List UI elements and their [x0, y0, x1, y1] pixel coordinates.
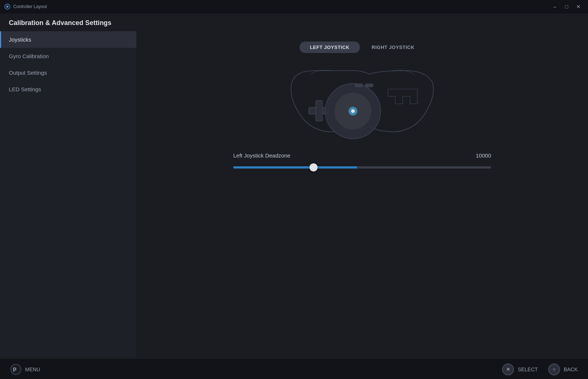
sidebar-item-led[interactable]: LED Settings: [0, 81, 136, 98]
menu-action[interactable]: MENU: [10, 364, 40, 375]
page-title: Calibration & Advanced Settings: [9, 19, 111, 26]
title-bar-text: Controller Layout: [13, 4, 47, 9]
menu-label: MENU: [25, 366, 40, 372]
back-icon: ○: [553, 366, 556, 372]
tab-row: LEFT JOYSTICK RIGHT JOYSTICK: [151, 42, 573, 53]
slider-container: [233, 162, 491, 173]
deadzone-slider[interactable]: [233, 166, 491, 169]
title-bar-left: Controller Layout: [4, 4, 47, 10]
sidebar-item-output[interactable]: Output Settings: [0, 64, 136, 81]
sidebar: Joysticks Gyro Calibration Output Settin…: [0, 31, 136, 358]
select-icon-circle: ✕: [502, 364, 514, 375]
deadzone-label-row: Left Joystick Deadzone 10000: [233, 152, 491, 159]
select-action[interactable]: ✕ SELECT: [502, 364, 538, 375]
select-label: SELECT: [518, 366, 538, 372]
title-bar: Controller Layout – □ ✕: [0, 0, 588, 13]
svg-point-8: [351, 109, 355, 113]
content-area: LEFT JOYSTICK RIGHT JOYSTICK: [136, 31, 588, 358]
ps-logo-icon: [10, 364, 21, 375]
tab-right-joystick[interactable]: RIGHT JOYSTICK: [361, 42, 425, 53]
svg-rect-10: [365, 84, 373, 87]
sidebar-item-gyro[interactable]: Gyro Calibration: [0, 48, 136, 64]
app-icon: [4, 4, 10, 10]
svg-rect-9: [355, 84, 363, 87]
deadzone-section: Left Joystick Deadzone 10000: [233, 152, 491, 173]
back-action[interactable]: ○ BACK: [548, 364, 578, 375]
main-layout: Joysticks Gyro Calibration Output Settin…: [0, 31, 588, 358]
svg-rect-3: [316, 100, 322, 121]
back-icon-circle: ○: [548, 364, 560, 375]
select-icon: ✕: [506, 366, 510, 372]
tab-left-joystick[interactable]: LEFT JOYSTICK: [300, 42, 360, 53]
close-button[interactable]: ✕: [573, 3, 584, 10]
page-header: Calibration & Advanced Settings: [0, 13, 588, 31]
deadzone-label: Left Joystick Deadzone: [233, 152, 290, 159]
svg-point-1: [6, 6, 8, 8]
sidebar-item-joysticks[interactable]: Joysticks: [0, 31, 136, 48]
minimize-button[interactable]: –: [550, 3, 560, 10]
bottom-right-actions: ✕ SELECT ○ BACK: [502, 364, 578, 375]
bottom-bar: MENU ✕ SELECT ○ BACK: [0, 359, 588, 379]
deadzone-value: 10000: [476, 152, 491, 159]
window-controls: – □ ✕: [550, 3, 584, 10]
back-label: BACK: [564, 366, 578, 372]
controller-diagram: [274, 63, 451, 141]
maximize-button[interactable]: □: [561, 3, 572, 10]
controller-svg: [274, 63, 451, 141]
